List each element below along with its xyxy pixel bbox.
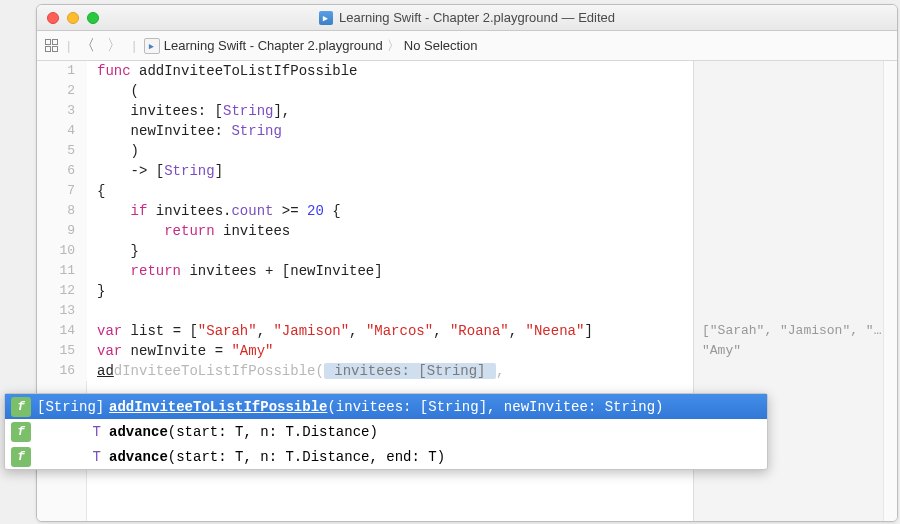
close-icon[interactable]: [47, 12, 59, 24]
result-value: [694, 81, 897, 101]
code-content[interactable]: addInviteeToListIfPossible( invitees: [S…: [87, 361, 504, 381]
line-number: 3: [37, 101, 87, 121]
code-line[interactable]: 7{: [37, 181, 693, 201]
playground-icon: ▸: [319, 11, 333, 25]
minimize-icon[interactable]: [67, 12, 79, 24]
code-line[interactable]: 10 }: [37, 241, 693, 261]
result-value: [694, 361, 897, 381]
function-icon: f: [11, 397, 31, 417]
window-title: ▸ Learning Swift - Chapter 2.playground …: [37, 10, 897, 25]
autocomplete-item[interactable]: fTadvance(start: T, n: T.Distance, end: …: [5, 444, 767, 469]
window-title-text: Learning Swift - Chapter 2.playground — …: [339, 10, 615, 25]
code-line[interactable]: 13: [37, 301, 693, 321]
code-content[interactable]: invitees: [String],: [87, 101, 290, 121]
result-value: [694, 261, 897, 281]
result-value: "Amy": [694, 341, 897, 361]
breadcrumb-file: Learning Swift - Chapter 2.playground: [164, 38, 383, 53]
line-number: 2: [37, 81, 87, 101]
line-number: 1: [37, 61, 87, 81]
nav-back-button[interactable]: 〈: [78, 36, 97, 55]
code-content[interactable]: if invitees.count >= 20 {: [87, 201, 341, 221]
line-number: 13: [37, 301, 87, 321]
code-content[interactable]: func addInviteeToListIfPossible: [87, 61, 357, 81]
result-value: [694, 61, 897, 81]
code-line[interactable]: 12}: [37, 281, 693, 301]
function-icon: f: [11, 447, 31, 467]
line-number: 14: [37, 321, 87, 341]
code-line[interactable]: 4 newInvitee: String: [37, 121, 693, 141]
code-line[interactable]: 3 invitees: [String],: [37, 101, 693, 121]
code-content[interactable]: ): [87, 141, 139, 161]
line-number: 15: [37, 341, 87, 361]
code-content[interactable]: }: [87, 241, 139, 261]
result-value: [694, 161, 897, 181]
autocomplete-item[interactable]: f[String]addInviteeToListIfPossible(invi…: [5, 394, 767, 419]
line-number: 4: [37, 121, 87, 141]
line-number: 9: [37, 221, 87, 241]
line-number: 12: [37, 281, 87, 301]
related-items-icon[interactable]: [45, 39, 59, 53]
result-value: [694, 101, 897, 121]
result-value: [694, 281, 897, 301]
nav-divider: |: [67, 38, 70, 53]
function-icon: f: [11, 422, 31, 442]
code-line[interactable]: 16addInviteeToListIfPossible( invitees: …: [37, 361, 693, 381]
result-value: [694, 121, 897, 141]
signature: advance(start: T, n: T.Distance, end: T): [109, 449, 445, 465]
nav-forward-button[interactable]: 〉: [105, 36, 124, 55]
line-number: 8: [37, 201, 87, 221]
result-value: [694, 221, 897, 241]
code-content[interactable]: -> [String]: [87, 161, 223, 181]
code-line[interactable]: 8 if invitees.count >= 20 {: [37, 201, 693, 221]
code-line[interactable]: 2 (: [37, 81, 693, 101]
code-line[interactable]: 6 -> [String]: [37, 161, 693, 181]
result-value: [694, 181, 897, 201]
code-line[interactable]: 5 ): [37, 141, 693, 161]
code-content[interactable]: newInvitee: String: [87, 121, 282, 141]
result-value: [694, 201, 897, 221]
traffic-lights: [47, 12, 99, 24]
signature: advance(start: T, n: T.Distance): [109, 424, 378, 440]
code-line[interactable]: 11 return invitees + [newInvitee]: [37, 261, 693, 281]
titlebar: ▸ Learning Swift - Chapter 2.playground …: [37, 5, 897, 31]
code-line[interactable]: 9 return invitees: [37, 221, 693, 241]
code-line[interactable]: 15var newInvite = "Amy": [37, 341, 693, 361]
line-number: 10: [37, 241, 87, 261]
result-value: [694, 301, 897, 321]
code-content[interactable]: var list = ["Sarah", "Jamison", "Marcos"…: [87, 321, 593, 341]
return-type: T: [37, 424, 109, 440]
code-content[interactable]: return invitees + [newInvitee]: [87, 261, 383, 281]
autocomplete-item[interactable]: fTadvance(start: T, n: T.Distance): [5, 419, 767, 444]
result-value: [694, 241, 897, 261]
line-number: 5: [37, 141, 87, 161]
code-content[interactable]: [87, 301, 97, 321]
code-line[interactable]: 14var list = ["Sarah", "Jamison", "Marco…: [37, 321, 693, 341]
line-number: 6: [37, 161, 87, 181]
nav-divider: |: [132, 38, 135, 53]
breadcrumb[interactable]: ▸ Learning Swift - Chapter 2.playground …: [144, 37, 478, 55]
zoom-icon[interactable]: [87, 12, 99, 24]
code-line[interactable]: 1func addInviteeToListIfPossible: [37, 61, 693, 81]
code-content[interactable]: }: [87, 281, 105, 301]
code-content[interactable]: {: [87, 181, 105, 201]
breadcrumb-selection: No Selection: [404, 38, 478, 53]
line-number: 7: [37, 181, 87, 201]
file-icon: ▸: [144, 38, 160, 54]
autocomplete-popup: f[String]addInviteeToListIfPossible(invi…: [4, 393, 768, 470]
line-number: 16: [37, 361, 87, 381]
code-content[interactable]: return invitees: [87, 221, 290, 241]
result-value: ["Sarah", "Jamison", "…: [694, 321, 897, 341]
signature: addInviteeToListIfPossible(invitees: [St…: [109, 399, 664, 415]
result-value: [694, 141, 897, 161]
return-type: T: [37, 449, 109, 465]
code-content[interactable]: (: [87, 81, 139, 101]
chevron-right-icon: 〉: [387, 37, 400, 55]
code-content[interactable]: var newInvite = "Amy": [87, 341, 273, 361]
return-type: [String]: [37, 399, 109, 415]
scrollbar-vertical[interactable]: [883, 61, 897, 521]
jump-bar: | 〈 〉 | ▸ Learning Swift - Chapter 2.pla…: [37, 31, 897, 61]
line-number: 11: [37, 261, 87, 281]
